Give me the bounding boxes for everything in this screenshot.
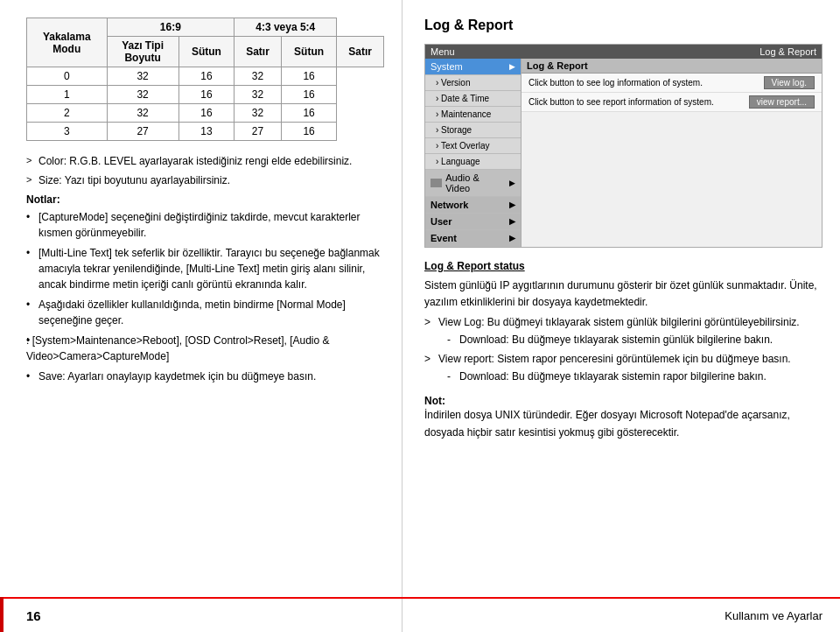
table-subheader-satir2: Satır [337,37,384,67]
menu-row-description: Click button to see log information of s… [528,78,703,88]
chevron-right-icon: ▶ [509,200,515,209]
sidebar-item-version[interactable]: › Version [425,75,521,91]
table-subheader-satir1: Satır [234,37,282,67]
sidebar-item-user[interactable]: User ▶ [425,214,521,230]
chevron-right-icon: ▶ [509,179,515,187]
sidebar-item-maintenance[interactable]: › Maintenance [425,107,521,123]
sidebar-item-datetime[interactable]: › Date & Time [425,91,521,107]
table-subheader-sutun2: Sütun [281,37,337,67]
table-row: 1 32 16 32 16 [27,86,384,104]
list-item: : [System>Maintenance>Reboot], [OSD Cont… [26,333,384,364]
page-number: 16 [26,608,41,623]
red-accent [0,597,4,632]
list-item: Aşağıdaki özellikler kullanıldığında, me… [26,297,384,328]
note-section: Not: İndirilen dosya UNIX türündedir. Eğ… [424,395,822,440]
download-report-item: Download: Bu düğmeye tıklayarak sistemin… [447,369,822,384]
table-header-169: 16:9 [107,18,234,37]
view-report-button[interactable]: view report... [749,95,815,109]
table-row: 0 32 16 32 16 [27,67,384,86]
sidebar-item-storage[interactable]: › Storage [425,123,521,138]
data-table: Yakalama Modu 16:9 4:3 veya 5:4 Yazı Tip… [26,18,384,141]
list-item: Size: Yazı tipi boyutunu ayarlayabilirsi… [26,172,384,188]
table-subheader-sutun1: Sütun [178,37,234,67]
menu-sidebar: System ▶ › Version › Date & Time › Maint… [425,59,522,247]
bullet-list: [CaptureMode] seçeneğini değiştirdiğiniz… [26,209,384,384]
menu-content-area: Log & Report Click button to see log inf… [522,59,822,247]
footer-right-text: Kullanım ve Ayarlar [724,609,822,622]
report-status-section: Log & Report status Sistem günlüğü IP ay… [424,260,822,384]
table-row: 2 32 16 32 16 [27,104,384,123]
right-column: Log & Report Menu Log & Report System ▶ … [402,0,840,632]
menu-content-row-log: Click button to see log information of s… [522,74,822,93]
report-arrow-list: View Log: Bu düğmeyi tıklayarak sistem g… [424,314,822,384]
report-status-title: Log & Report status [424,260,822,272]
bottom-right: Kullanım ve Ayarlar [402,609,840,622]
list-item: [Multi-Line Text] tek seferlik bir özell… [26,245,384,292]
bottom-bar: 16 Kullanım ve Ayarlar [0,597,840,632]
menu-body: System ▶ › Version › Date & Time › Maint… [425,59,822,247]
sidebar-item-audio-video[interactable]: Audio & Video ▶ [425,170,521,197]
bottom-left: 16 [0,608,402,623]
sidebar-item-network[interactable]: Network ▶ [425,197,521,214]
menu-content-header: Log & Report [522,59,822,74]
note-label: Not: [424,395,445,407]
menu-row-description: Click button to see report information o… [528,97,714,107]
report-status-intro: Sistem günlüğü IP aygıtlarının durumunu … [424,277,822,311]
menu-content-row-report: Click button to see report information o… [522,93,822,112]
notes-label: Notlar: [26,193,384,206]
sidebar-item-event[interactable]: Event ▶ [425,230,521,247]
arrow-list: Color: R.G.B. LEVEL ayarlayarak istediği… [26,153,384,188]
sidebar-item-textoverlay[interactable]: › Text Overlay [425,138,521,154]
chevron-right-icon: ▶ [509,62,515,71]
view-report-dash-list: Download: Bu düğmeye tıklayarak sistemin… [447,369,822,384]
page-title: Log & Report [424,18,822,33]
left-column: Yakalama Modu 16:9 4:3 veya 5:4 Yazı Tip… [0,0,402,632]
sidebar-item-language[interactable]: › Language [425,154,521,170]
sidebar-item-system[interactable]: System ▶ [425,59,521,75]
download-log-item: Download: Bu düğmeye tıklayarak sistemin… [447,332,822,348]
view-log-dash-list: Download: Bu düğmeye tıklayarak sistemin… [447,332,822,348]
note-text: İndirilen dosya UNIX türündedir. Eğer do… [424,407,822,440]
view-report-item: View report: Sistem rapor penceresini gö… [424,351,822,384]
menu-header-left: Menu [430,46,455,57]
view-log-button[interactable]: View log. [764,76,815,89]
list-item: Save: Ayarları onaylayıp kaydetmek için … [26,369,384,384]
menu-header-right: Log & Report [760,46,816,57]
view-log-item: View Log: Bu düğmeyi tıklayarak sistem g… [424,314,822,348]
menu-screenshot: Menu Log & Report System ▶ › Version › D… [424,44,822,248]
list-item: [CaptureMode] seçeneğini değiştirdiğiniz… [26,209,384,241]
chevron-right-icon: ▶ [509,234,515,242]
menu-header: Menu Log & Report [425,45,822,59]
list-item: Color: R.G.B. LEVEL ayarlayarak istediği… [26,153,384,169]
av-icon [430,179,442,187]
chevron-right-icon: ▶ [509,217,515,226]
table-subheader-yazı: Yazı TipiBoyutu [107,37,178,67]
table-header-mode: Yakalama Modu [27,18,108,67]
table-row: 3 27 13 27 16 [27,123,384,141]
table-header-43: 4:3 veya 5:4 [234,18,337,37]
